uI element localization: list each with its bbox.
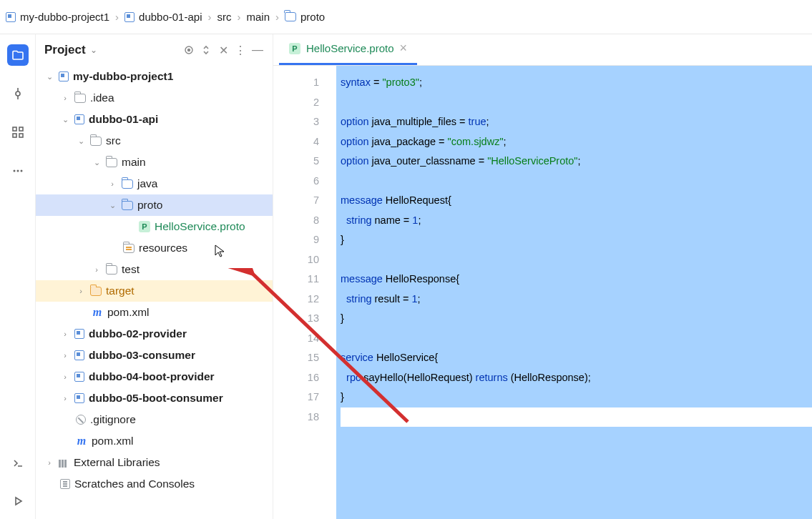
folder-icon [90,137,102,146]
expand-all-icon[interactable] [200,44,212,56]
line-number: 3 [273,112,319,132]
line-number: 13 [273,309,319,329]
tab-title: HelloService.proto [306,42,394,54]
editor-tab[interactable]: P HelloService.proto × [279,34,417,65]
editor-tabs: P HelloService.proto × [273,34,812,66]
tree-node-java[interactable]: ›java [36,173,273,194]
module-icon [74,350,84,360]
tree-node-idea[interactable]: ›.idea [36,87,273,109]
code-content[interactable]: syntax = "proto3"; option java_multiple_… [336,66,812,519]
svg-point-0 [16,92,20,96]
project-tool-button[interactable] [7,44,29,66]
svg-rect-2 [19,127,23,131]
folder-icon [106,265,117,275]
chevron-right-icon: › [115,11,119,23]
module-icon [124,12,134,22]
chevron-right-icon: › [237,11,240,23]
maven-icon: m [76,435,87,448]
folder-icon [106,158,117,167]
project-panel: Project ⌄ ✕ ⋮ — ⌄my-dubbo-project1 ›.ide… [36,34,273,519]
line-number: 16 [273,368,319,388]
editor-area: P HelloService.proto × 1 2 3 4 5 6 7 8 9… [273,34,812,519]
breadcrumb-item-api[interactable]: dubbo-01-api [124,11,202,23]
line-number: 12 [273,290,319,310]
tree-node-mod3[interactable]: ›dubbo-03-consumer [36,345,273,366]
module-icon [59,71,69,81]
library-icon [59,458,69,468]
chevron-down-icon[interactable]: ⌄ [90,45,97,55]
tree-node-pom1[interactable]: mpom.xml [36,302,273,323]
line-number: 8 [273,211,319,231]
module-icon [74,393,84,403]
select-opened-file-icon[interactable] [182,44,195,56]
tree-node-api[interactable]: ⌄dubbo-01-api [36,109,273,130]
tree-node-mod2[interactable]: ›dubbo-02-provider [36,323,273,345]
source-folder-icon [122,201,133,210]
svg-rect-4 [19,134,23,137]
breadcrumb-item-src[interactable]: src [217,11,231,23]
line-number: 2 [273,93,319,113]
tree-node-src[interactable]: ⌄src [36,130,273,152]
line-number: 1 [273,73,319,93]
panel-title: Project [44,43,86,57]
tree-node-proto-file[interactable]: PHelloService.proto [36,216,273,237]
breadcrumb-item-root[interactable]: my-dubbo-project1 [6,11,109,23]
line-number: 17 [273,387,319,407]
close-tab-icon[interactable]: × [400,41,408,56]
line-number: 15 [273,348,319,368]
tree-node-proto[interactable]: ⌄proto [36,194,273,216]
line-gutter: 1 2 3 4 5 6 7 8 9 10 11 12 13 14 15 16 1… [273,66,336,519]
excluded-folder-icon [90,287,102,296]
folder-icon [74,94,86,103]
maven-icon: m [92,306,103,319]
line-number: 5 [273,152,319,172]
tree-node-mod4[interactable]: ›dubbo-04-boot-provider [36,366,273,387]
terminal-tool-button[interactable] [7,452,29,473]
chevron-right-icon: › [275,11,279,23]
services-tool-button[interactable] [7,490,29,512]
svg-point-7 [20,170,22,172]
resources-folder-icon [123,244,134,253]
scratch-icon [60,479,70,489]
tree-node-test[interactable]: ›test [36,259,273,280]
tree-node-scratches[interactable]: Scratches and Consoles [36,473,273,495]
line-number: 14 [273,329,319,349]
line-number: 7 [273,191,319,211]
tree-node-pom2[interactable]: mpom.xml [36,430,273,452]
breadcrumb-item-proto[interactable]: proto [285,11,325,23]
svg-point-6 [16,170,19,172]
structure-tool-button[interactable] [7,122,29,143]
svg-rect-1 [13,127,16,131]
commit-tool-button[interactable] [7,83,29,104]
line-number: 18 [273,407,319,427]
svg-point-10 [188,49,190,51]
panel-options-icon[interactable]: ⋮ [234,44,247,56]
breadcrumb: my-dubbo-project1 › dubbo-01-api › src ›… [0,0,812,34]
gitignore-icon [76,415,86,425]
tree-node-root[interactable]: ⌄my-dubbo-project1 [36,66,273,87]
collapse-all-icon[interactable]: ✕ [217,44,230,56]
svg-point-5 [13,170,15,172]
module-icon [74,114,84,124]
line-number: 11 [273,270,319,290]
code-editor[interactable]: 1 2 3 4 5 6 7 8 9 10 11 12 13 14 15 16 1… [273,66,812,519]
tree-node-mod5[interactable]: ›dubbo-05-boot-consumer [36,387,273,409]
tree-node-target[interactable]: ›target [36,280,273,302]
module-icon [6,12,16,22]
breadcrumb-item-main[interactable]: main [246,11,270,23]
line-number: 9 [273,230,319,250]
project-tree[interactable]: ⌄my-dubbo-project1 ›.idea ⌄dubbo-01-api … [36,66,273,519]
module-icon [74,372,84,382]
tree-node-external-libs[interactable]: ›External Libraries [36,452,273,473]
tree-node-gitignore[interactable]: .gitignore [36,409,273,430]
tree-node-main[interactable]: ⌄main [36,152,273,173]
folder-icon [285,12,296,21]
project-panel-header: Project ⌄ ✕ ⋮ — [36,34,273,66]
svg-rect-3 [13,134,16,137]
more-tool-button[interactable] [7,160,29,182]
svg-marker-8 [16,498,21,505]
line-number: 4 [273,132,319,152]
tree-node-resources[interactable]: resources [36,237,273,259]
hide-panel-icon[interactable]: — [251,44,264,56]
line-number: 10 [273,250,319,270]
